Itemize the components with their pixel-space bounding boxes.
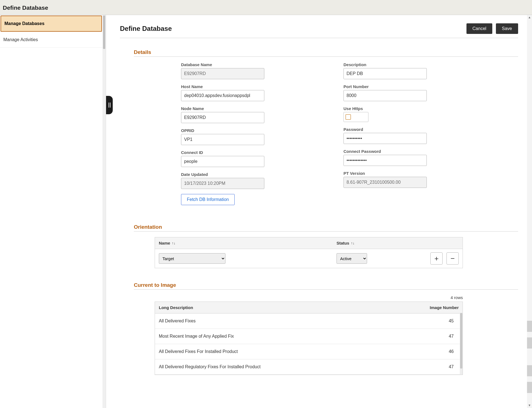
sort-icon: ↑↓ — [351, 241, 355, 245]
use-https-checkbox-wrap[interactable] — [343, 112, 368, 122]
minus-icon: − — [450, 254, 455, 263]
node-name-field[interactable] — [181, 112, 264, 123]
orientation-col-name-label: Name — [159, 241, 170, 245]
sidebar-scrollbar[interactable] — [102, 15, 106, 408]
scrollbar-marker — [527, 365, 532, 376]
host-name-field[interactable] — [181, 90, 264, 101]
cell-long-description: All Delivered Fixes For Installed Produc… — [159, 349, 409, 354]
table-row: All Delivered Fixes For Installed Produc… — [155, 344, 463, 359]
plus-icon: + — [434, 254, 438, 263]
scrollbar-marker — [527, 337, 532, 349]
top-header-title: Define Database — [0, 0, 532, 15]
add-row-button[interactable]: + — [430, 252, 443, 265]
table-row: All Delivered Fixes 45 — [155, 314, 463, 329]
cancel-button[interactable]: Cancel — [466, 23, 493, 34]
scrollbar-marker — [527, 382, 532, 393]
password-label: Password — [343, 127, 428, 132]
fetch-db-info-button[interactable]: Fetch DB Information — [181, 194, 235, 205]
main-scrollbar[interactable]: ▲ ▼ — [527, 15, 532, 408]
sidebar-collapse-handle[interactable] — [106, 96, 113, 114]
orientation-name-select[interactable]: Target — [159, 253, 225, 264]
table-row: Most Recent Image of Any Applied Fix 47 — [155, 329, 463, 344]
database-name-label: Database Name — [181, 62, 266, 67]
pt-version-field[interactable] — [343, 177, 427, 188]
table-scrollbar[interactable] — [460, 313, 463, 375]
sidebar-item-label: Manage Databases — [4, 21, 44, 26]
use-https-label: Use Https — [343, 106, 428, 111]
sidebar-scrollbar-thumb[interactable] — [103, 16, 105, 49]
remove-row-button[interactable]: − — [446, 252, 459, 265]
use-https-checkbox[interactable] — [345, 114, 351, 120]
sort-icon: ↑↓ — [172, 241, 175, 245]
current-section-title: Current to Image — [134, 282, 518, 290]
port-number-field[interactable] — [343, 90, 427, 101]
orientation-table: Name ↑↓ Status ↑↓ Target — [155, 237, 463, 268]
oprid-label: OPRID — [181, 128, 266, 133]
col-image-number: Image Number — [409, 305, 459, 310]
pt-version-label: PT Version — [343, 171, 428, 176]
page-title: Define Database — [120, 25, 172, 33]
orientation-col-status[interactable]: Status ↑↓ — [337, 241, 425, 245]
date-updated-field[interactable] — [181, 178, 264, 189]
rows-count: 4 rows — [155, 295, 463, 302]
scrollbar-marker — [527, 321, 532, 332]
orientation-section-title: Orientation — [134, 224, 518, 232]
cell-long-description: Most Recent Image of Any Applied Fix — [159, 334, 409, 339]
cell-image-number: 47 — [409, 334, 459, 339]
connect-id-label: Connect ID — [181, 150, 266, 155]
description-label: Description — [343, 62, 428, 67]
port-number-label: Port Number — [343, 84, 428, 89]
table-row: All Delivered Regulatory Fixes For Insta… — [155, 359, 463, 375]
host-name-label: Host Name — [181, 84, 266, 89]
connect-id-field[interactable] — [181, 156, 264, 167]
sidebar: Manage Databases Manage Activities — [0, 15, 106, 408]
orientation-col-status-label: Status — [337, 241, 349, 245]
description-field[interactable] — [343, 68, 427, 79]
oprid-field[interactable] — [181, 134, 264, 145]
database-name-field[interactable] — [181, 68, 264, 79]
scroll-down-icon[interactable]: ▼ — [528, 404, 531, 407]
orientation-col-name[interactable]: Name ↑↓ — [159, 241, 337, 245]
cell-image-number: 47 — [409, 364, 459, 369]
sidebar-item-label: Manage Activities — [3, 37, 38, 42]
date-updated-label: Date Updated — [181, 172, 266, 177]
cell-image-number: 45 — [409, 319, 459, 324]
sidebar-item-manage-databases[interactable]: Manage Databases — [1, 16, 102, 32]
image-table: Long Description Image Number All Delive… — [155, 302, 463, 375]
password-field[interactable] — [343, 133, 427, 144]
details-section-title: Details — [134, 49, 518, 57]
table-scrollbar-thumb[interactable] — [460, 313, 462, 369]
node-name-label: Node Name — [181, 106, 266, 111]
orientation-status-select[interactable]: Active — [337, 253, 367, 264]
sidebar-item-manage-activities[interactable]: Manage Activities — [0, 32, 102, 48]
col-long-description: Long Description — [159, 305, 409, 310]
cell-long-description: All Delivered Fixes — [159, 319, 409, 324]
scroll-up-icon[interactable]: ▲ — [528, 16, 531, 19]
main-content: Define Database Cancel Save Details Data… — [106, 15, 532, 408]
cell-long-description: All Delivered Regulatory Fixes For Insta… — [159, 364, 409, 369]
connect-password-field[interactable] — [343, 155, 427, 166]
connect-password-label: Connect Password — [343, 149, 428, 154]
cell-image-number: 46 — [409, 349, 459, 354]
save-button[interactable]: Save — [496, 23, 518, 34]
